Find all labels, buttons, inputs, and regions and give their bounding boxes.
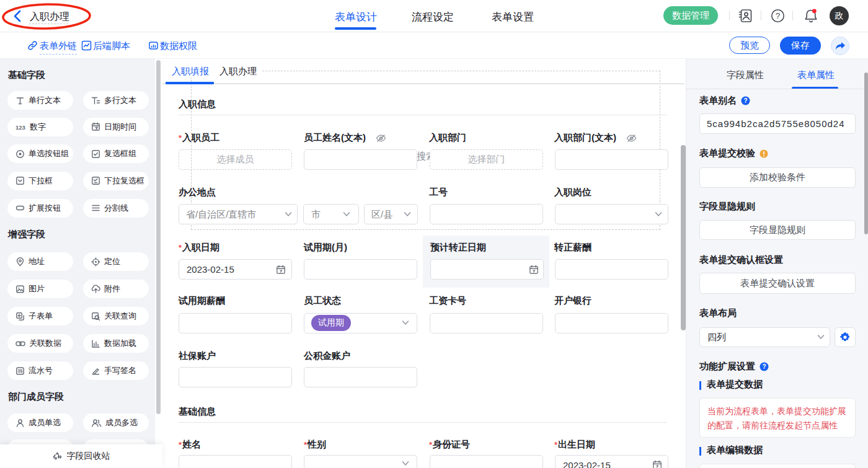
svg-text:123: 123: [16, 124, 25, 131]
svg-text:?: ?: [743, 97, 747, 104]
svg-text:?: ?: [776, 11, 780, 20]
svg-text:?: ?: [762, 363, 766, 370]
